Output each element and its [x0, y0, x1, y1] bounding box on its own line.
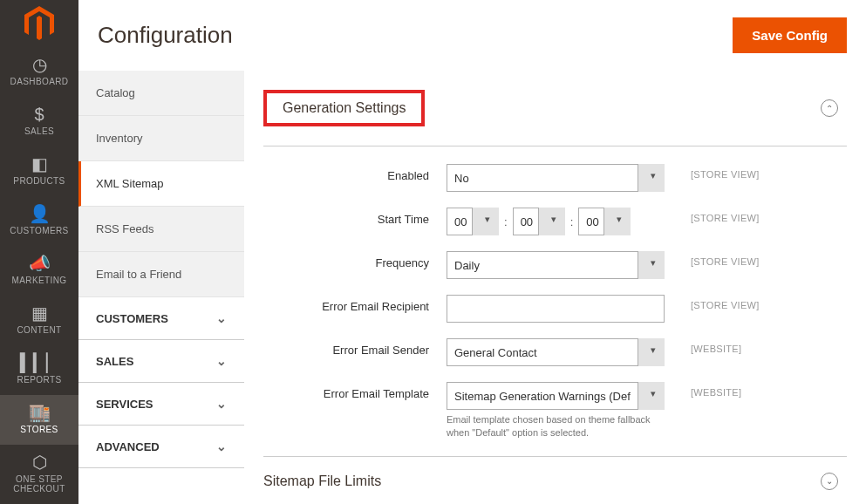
rail-marketing[interactable]: 📣MARKETING	[0, 246, 78, 296]
section-generation-settings[interactable]: Generation Settings ⌃	[263, 71, 847, 146]
dashboard-icon: ◷	[32, 56, 47, 73]
scope-label: [STORE VIEW]	[665, 164, 769, 180]
tabgroup-customers[interactable]: CUSTOMERS⌄	[78, 297, 244, 340]
chevron-down-icon: ⌄	[216, 354, 227, 368]
scope-label: [WEBSITE]	[665, 338, 769, 354]
field-error-template: Error Email Template Sitemap Generation …	[263, 382, 847, 440]
collapse-icon[interactable]: ⌃	[821, 99, 838, 117]
chevron-down-icon: ⌄	[216, 439, 227, 453]
rail-dashboard[interactable]: ◷DASHBOARD	[0, 47, 78, 97]
scope-label: [STORE VIEW]	[665, 251, 769, 267]
start-hh-select[interactable]: 00	[447, 208, 499, 235]
dollar-icon: $	[34, 106, 44, 123]
tab-rss-feeds[interactable]: RSS Feeds	[78, 207, 244, 252]
cube-icon: ◧	[31, 155, 48, 173]
rail-products[interactable]: ◧PRODUCTS	[0, 146, 78, 196]
page-title: Configuration	[98, 22, 233, 49]
field-error-recipient: Error Email Recipient [STORE VIEW]	[263, 295, 847, 323]
store-icon: 🏬	[29, 404, 51, 421]
field-error-sender: Error Email Sender General Contact [WEBS…	[263, 338, 847, 366]
section-sitemap-limits[interactable]: Sitemap File Limits ⌄	[263, 456, 847, 504]
start-mm-select[interactable]: 00	[513, 208, 565, 235]
magento-logo[interactable]	[0, 0, 78, 47]
rail-sales[interactable]: $SALES	[0, 97, 78, 146]
error-recipient-input[interactable]	[447, 295, 665, 323]
rail-customers[interactable]: 👤CUSTOMERS	[0, 196, 78, 246]
chevron-down-icon: ⌄	[216, 397, 227, 411]
enabled-select[interactable]: No	[447, 164, 665, 192]
tab-email-friend[interactable]: Email to a Friend	[78, 252, 244, 297]
tabgroup-sales[interactable]: SALES⌄	[78, 340, 244, 383]
start-ss-select[interactable]: 00	[578, 208, 631, 235]
tabgroup-advanced[interactable]: ADVANCED⌄	[78, 426, 244, 468]
hexagon-icon: ⬡	[32, 453, 47, 471]
expand-icon[interactable]: ⌄	[821, 473, 838, 490]
tab-inventory[interactable]: Inventory	[78, 116, 244, 161]
admin-rail: ◷DASHBOARD $SALES ◧PRODUCTS 👤CUSTOMERS 📣…	[0, 0, 78, 504]
tab-xml-sitemap[interactable]: XML Sitemap	[78, 161, 244, 207]
field-frequency: Frequency Daily [STORE VIEW]	[263, 251, 847, 279]
rail-stores[interactable]: 🏬STORES	[0, 395, 78, 445]
chevron-down-icon: ⌄	[216, 311, 227, 325]
rail-onestep[interactable]: ⬡ONE STEP CHECKOUT	[0, 445, 78, 504]
template-hint: Email template chosen based on theme fal…	[447, 413, 665, 440]
chart-icon: ▍▎▏	[20, 354, 59, 371]
field-start-time: Start Time 00 : 00 : 00 [STORE VIEW]	[263, 208, 847, 235]
section-title: Generation Settings	[283, 100, 406, 116]
layout-icon: ▦	[31, 304, 48, 322]
config-tabs: Catalog Inventory XML Sitemap RSS Feeds …	[78, 71, 244, 504]
error-sender-select[interactable]: General Contact	[447, 338, 665, 366]
scope-label: [WEBSITE]	[665, 382, 769, 398]
rail-reports[interactable]: ▍▎▏REPORTS	[0, 345, 78, 395]
scope-label: [STORE VIEW]	[665, 208, 769, 223]
person-icon: 👤	[29, 205, 51, 222]
main-area: Configuration Save Config Catalog Invent…	[78, 0, 866, 504]
tab-catalog[interactable]: Catalog	[78, 71, 244, 116]
magento-icon	[24, 6, 54, 41]
error-template-select[interactable]: Sitemap Generation Warnings (Def	[447, 382, 665, 410]
field-enabled: Enabled No [STORE VIEW]	[263, 164, 847, 192]
page-header: Configuration Save Config	[78, 0, 866, 71]
save-config-button[interactable]: Save Config	[733, 17, 847, 53]
settings-panel: Generation Settings ⌃ Enabled No [STORE …	[244, 71, 866, 504]
tabgroup-services[interactable]: SERVICES⌄	[78, 383, 244, 426]
scope-label: [STORE VIEW]	[665, 295, 769, 310]
frequency-select[interactable]: Daily	[447, 251, 665, 279]
megaphone-icon: 📣	[29, 255, 51, 272]
rail-content[interactable]: ▦CONTENT	[0, 296, 78, 345]
